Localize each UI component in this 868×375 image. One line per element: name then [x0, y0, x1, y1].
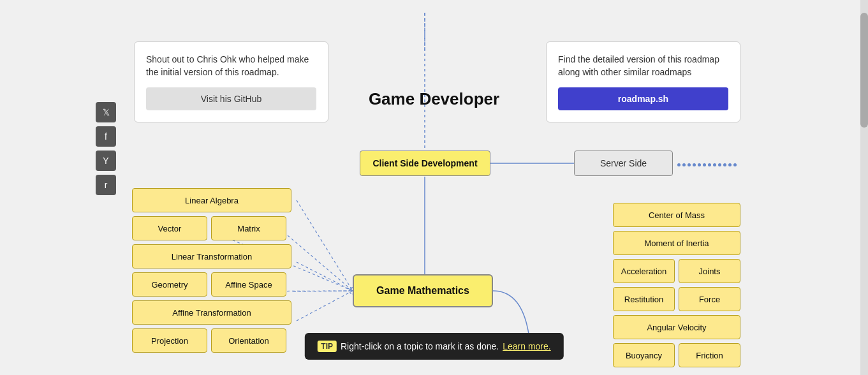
node-restitution[interactable]: Restitution — [613, 287, 675, 311]
node-buoyancy[interactable]: Buoyancy — [613, 343, 675, 367]
info-box-left-text: Shout out to Chris Ohk who helped make t… — [146, 54, 316, 78]
node-affine-space[interactable]: Affine Space — [211, 272, 286, 297]
page-container: 𝕏 f Y r Shout out to Chris Ohk who helpe… — [0, 0, 868, 375]
right-nodes-container: Center of Mass Moment of Inertia Acceler… — [613, 203, 740, 367]
node-row-vector-matrix: Vector Matrix — [132, 216, 291, 240]
node-angular-velocity[interactable]: Angular Velocity — [613, 315, 740, 339]
svg-line-6 — [297, 262, 353, 291]
node-client-side[interactable]: Client Side Development — [360, 151, 490, 176]
visit-github-button[interactable]: Visit his GitHub — [146, 87, 316, 110]
node-linear-algebra[interactable]: Linear Algebra — [132, 188, 291, 212]
node-row-projection-orientation: Projection Orientation — [132, 328, 291, 353]
dotted-line-right — [677, 163, 737, 166]
svg-line-5 — [284, 232, 353, 291]
node-vector[interactable]: Vector — [132, 216, 207, 240]
info-box-right: Find the detailed version of this roadma… — [546, 41, 740, 122]
node-row-buoyancy-friction: Buoyancy Friction — [613, 343, 740, 367]
ycombinator-icon[interactable]: Y — [96, 151, 116, 171]
node-projection[interactable]: Projection — [132, 328, 207, 353]
tooltip-learn-more-link[interactable]: Learn more. — [503, 341, 550, 351]
node-acceleration[interactable]: Acceleration — [613, 259, 675, 283]
node-server-side[interactable]: Server Side — [574, 151, 673, 176]
svg-line-3 — [297, 200, 353, 291]
node-affine-transformation[interactable]: Affine Transformation — [132, 300, 291, 325]
node-geometry[interactable]: Geometry — [132, 272, 207, 297]
reddit-icon[interactable]: r — [96, 175, 116, 195]
facebook-icon[interactable]: f — [96, 126, 116, 147]
roadmap-button[interactable]: roadmap.sh — [558, 87, 728, 110]
svg-line-9 — [297, 291, 353, 321]
node-force[interactable]: Force — [679, 287, 740, 311]
tooltip-tip-label: TIP — [317, 341, 337, 352]
node-row-acceleration-joints: Acceleration Joints — [613, 259, 740, 283]
scrollbar-thumb[interactable] — [860, 13, 868, 128]
page-title: Game Developer — [369, 89, 499, 109]
node-row-restitution-force: Restitution Force — [613, 287, 740, 311]
node-game-mathematics[interactable]: Game Mathematics — [353, 274, 493, 307]
node-matrix[interactable]: Matrix — [211, 216, 286, 240]
node-row-geometry-affine: Geometry Affine Space — [132, 272, 291, 297]
info-box-left: Shout out to Chris Ohk who helped make t… — [134, 41, 328, 122]
twitter-icon[interactable]: 𝕏 — [96, 102, 116, 122]
svg-line-8 — [293, 291, 353, 291]
info-box-right-text: Find the detailed version of this roadma… — [558, 54, 728, 78]
tooltip-bar: TIP Right-click on a topic to mark it as… — [304, 333, 563, 360]
node-friction[interactable]: Friction — [679, 343, 740, 367]
node-moment-of-inertia[interactable]: Moment of Inertia — [613, 231, 740, 255]
social-sidebar: 𝕏 f Y r — [96, 102, 116, 195]
node-joints[interactable]: Joints — [679, 259, 740, 283]
left-nodes-container: Linear Algebra Vector Matrix Linear Tran… — [132, 188, 291, 353]
node-orientation[interactable]: Orientation — [211, 328, 286, 353]
tooltip-message: Right-click on a topic to mark it as don… — [341, 341, 499, 351]
node-linear-transformation[interactable]: Linear Transformation — [132, 244, 291, 268]
node-center-of-mass[interactable]: Center of Mass — [613, 203, 740, 227]
scrollbar[interactable] — [860, 0, 868, 375]
